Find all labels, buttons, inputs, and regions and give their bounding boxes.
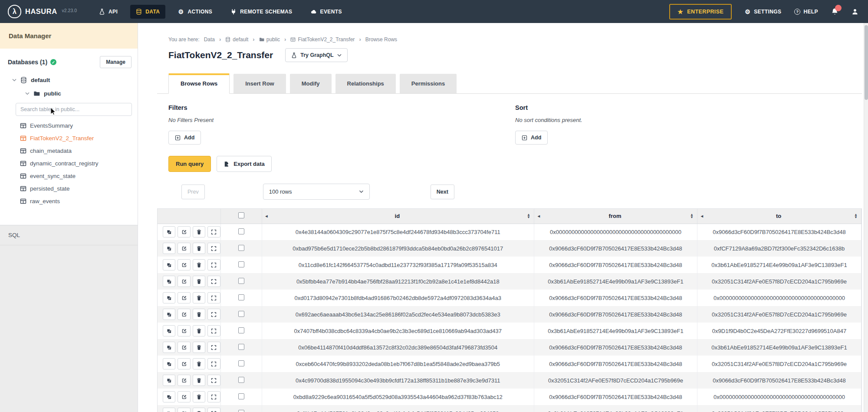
row-checkbox[interactable] <box>238 311 244 317</box>
chevron-down-icon[interactable] <box>25 92 30 96</box>
delete-row-button[interactable] <box>193 375 205 386</box>
delete-row-button[interactable] <box>193 259 205 270</box>
sidebar-table-item[interactable]: chain_metadata <box>7 145 132 157</box>
edit-row-button[interactable] <box>178 391 190 402</box>
sort-icon[interactable]: ▲▼ <box>527 214 530 219</box>
row-checkbox[interactable] <box>238 410 244 412</box>
expand-row-button[interactable] <box>207 391 220 402</box>
tab[interactable]: Browse Rows <box>168 73 230 94</box>
edit-row-button[interactable] <box>178 358 190 369</box>
add-filter-button[interactable]: Add <box>168 131 201 145</box>
tree-item-public-schema[interactable]: public <box>7 90 132 97</box>
expand-row-button[interactable] <box>207 243 220 254</box>
row-checkbox[interactable] <box>238 393 244 399</box>
expand-row-button[interactable] <box>207 325 220 336</box>
column-header-id[interactable]: ◂ id ▲▼ <box>262 209 534 224</box>
user-menu-button[interactable] <box>852 8 858 15</box>
sidebar-sql-item[interactable]: SQL <box>0 225 138 245</box>
copy-row-button[interactable] <box>163 276 175 287</box>
row-checkbox[interactable] <box>238 228 244 234</box>
row-checkbox[interactable] <box>238 278 244 284</box>
nav-item-events[interactable]: EVENTS <box>305 5 348 19</box>
sidebar-table-item[interactable]: EventsSummary <box>7 119 132 132</box>
nav-item-api[interactable]: API <box>93 5 123 19</box>
row-checkbox[interactable] <box>238 294 244 300</box>
export-data-button[interactable]: Export data <box>217 156 272 172</box>
row-checkbox[interactable] <box>238 377 244 383</box>
rows-per-page-select[interactable]: 100 rows <box>263 184 370 200</box>
sort-icon[interactable]: ▲▼ <box>690 214 694 219</box>
sidebar-table-item[interactable]: event_sync_state <box>7 170 132 182</box>
sidebar-table-item[interactable]: raw_events <box>7 195 132 208</box>
enterprise-button[interactable]: ★ ENTERPRISE <box>669 4 732 20</box>
edit-row-button[interactable] <box>178 325 190 336</box>
breadcrumb-item-public[interactable]: public <box>259 36 280 43</box>
delete-row-button[interactable] <box>193 292 205 303</box>
sidebar-table-item[interactable]: persisted_state <box>7 182 132 195</box>
chevron-down-icon[interactable] <box>12 79 16 82</box>
expand-row-button[interactable] <box>207 259 220 270</box>
copy-row-button[interactable] <box>163 391 175 402</box>
expand-row-button[interactable] <box>207 292 220 303</box>
tab[interactable]: Relationships <box>335 74 396 93</box>
tab[interactable]: Permissions <box>400 74 457 93</box>
row-checkbox[interactable] <box>238 327 244 333</box>
copy-row-button[interactable] <box>163 358 175 369</box>
copy-row-button[interactable] <box>163 309 175 320</box>
delete-row-button[interactable] <box>193 226 205 237</box>
help-button[interactable]: ? HELP <box>794 9 818 15</box>
tab[interactable]: Insert Row <box>233 74 286 93</box>
tree-item-default-db[interactable]: default <box>7 77 132 83</box>
collapse-column-icon[interactable]: ◂ <box>266 214 268 218</box>
column-header-to[interactable]: ◂ to ▲▼ <box>697 209 861 224</box>
delete-row-button[interactable] <box>193 408 205 412</box>
edit-row-button[interactable] <box>178 309 190 320</box>
next-page-button[interactable]: Next <box>431 185 454 199</box>
edit-row-button[interactable] <box>178 243 190 254</box>
sort-icon[interactable]: ▲▼ <box>854 214 858 219</box>
copy-row-button[interactable] <box>163 259 175 270</box>
nav-item-remote-schemas[interactable]: REMOTE SCHEMAS <box>225 5 298 19</box>
copy-row-button[interactable] <box>163 226 175 237</box>
collapse-column-icon[interactable]: ◂ <box>701 214 703 218</box>
copy-row-button[interactable] <box>163 325 175 336</box>
edit-row-button[interactable] <box>178 408 190 412</box>
collapse-column-icon[interactable]: ◂ <box>538 214 540 218</box>
expand-row-button[interactable] <box>207 309 220 320</box>
expand-row-button[interactable] <box>207 226 220 237</box>
delete-row-button[interactable] <box>193 309 205 320</box>
row-checkbox[interactable] <box>238 360 244 366</box>
add-sort-button[interactable]: Add <box>515 131 548 145</box>
edit-row-button[interactable] <box>178 292 190 303</box>
delete-row-button[interactable] <box>193 391 205 402</box>
copy-row-button[interactable] <box>163 292 175 303</box>
edit-row-button[interactable] <box>178 342 190 353</box>
column-header-from[interactable]: ◂ from ▲▼ <box>534 209 697 224</box>
edit-row-button[interactable] <box>178 276 190 287</box>
settings-button[interactable]: ⚙ SETTINGS <box>745 9 781 15</box>
delete-row-button[interactable] <box>193 243 205 254</box>
try-graphql-button[interactable]: Try GraphQL <box>285 48 347 62</box>
delete-row-button[interactable] <box>193 342 205 353</box>
sidebar-table-item[interactable]: FiatTokenV2_2_Transfer <box>7 132 132 145</box>
prev-page-button[interactable]: Prev <box>181 185 205 199</box>
sidebar-table-item[interactable]: dynamic_contract_registry <box>7 157 132 170</box>
expand-row-button[interactable] <box>207 375 220 386</box>
copy-row-button[interactable] <box>163 243 175 254</box>
breadcrumb-item-table[interactable]: FiatTokenV2_2_Transfer <box>290 36 355 43</box>
brand[interactable]: λ HASURA v2.23.0 <box>8 5 77 18</box>
scrollbar-thumb[interactable] <box>865 25 868 100</box>
search-tables-input[interactable] <box>16 103 132 116</box>
delete-row-button[interactable] <box>193 325 205 336</box>
breadcrumb-item-data[interactable]: Data <box>204 36 215 43</box>
copy-row-button[interactable] <box>163 375 175 386</box>
manage-button[interactable]: Manage <box>100 56 132 68</box>
delete-row-button[interactable] <box>193 358 205 369</box>
copy-row-button[interactable] <box>163 342 175 353</box>
breadcrumb-item-default[interactable]: default <box>225 36 248 43</box>
tab[interactable]: Modify <box>290 74 332 93</box>
select-all-checkbox[interactable] <box>238 212 244 218</box>
delete-row-button[interactable] <box>193 276 205 287</box>
breadcrumb-item-browse-rows[interactable]: Browse Rows <box>365 36 397 43</box>
run-query-button[interactable]: Run query <box>168 156 211 172</box>
